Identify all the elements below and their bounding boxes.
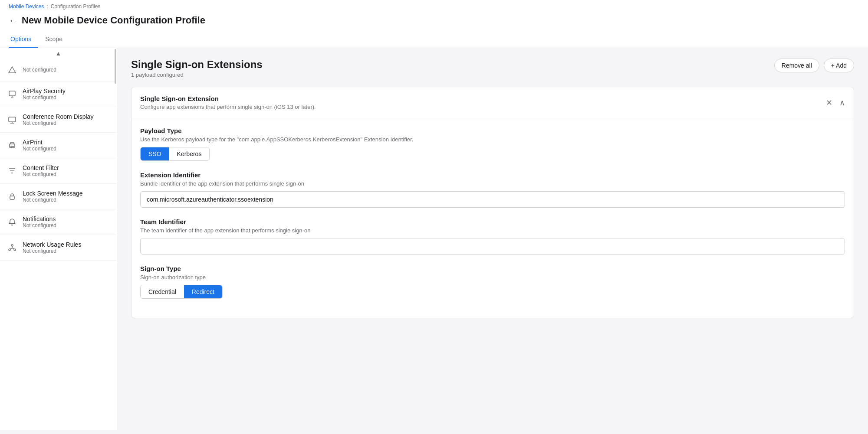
payload-type-field: Payload Type Use the Kerberos payload ty… [140, 127, 845, 161]
svg-rect-4 [10, 196, 14, 199]
section-title-block: Single Sign-on Extensions 1 payload conf… [131, 59, 263, 78]
extension-identifier-label: Extension Identifier [140, 171, 845, 179]
remove-all-button[interactable]: Remove all [774, 59, 819, 72]
extension-identifier-field: Extension Identifier Bundle identifier o… [140, 171, 845, 208]
sign-on-type-desc: Sign-on authorization type [140, 274, 845, 281]
card-header-left: Single Sign-on Extension Configure app e… [140, 95, 316, 110]
card-body: Payload Type Use the Kerberos payload ty… [132, 118, 854, 318]
breadcrumb-parent[interactable]: Mobile Devices [9, 3, 44, 10]
notifications-icon [7, 217, 17, 227]
sidebar-item-unknown[interactable]: Not configured [0, 59, 117, 82]
sidebar-item-status-network-usage: Not configured [23, 248, 81, 254]
svg-point-5 [11, 245, 13, 246]
sign-on-type-field: Sign-on Type Sign-on authorization type … [140, 265, 845, 299]
page-title-row: ← New Mobile Device Configuration Profil… [9, 11, 859, 29]
section-header: Single Sign-on Extensions 1 payload conf… [131, 59, 854, 78]
sidebar-item-airprint[interactable]: AirPrint Not configured [0, 133, 117, 158]
top-bar: Mobile Devices : Configuration Profiles … [0, 0, 868, 48]
sidebar-scrollbar-thumb [115, 49, 116, 84]
scroll-up-arrow[interactable]: ▲ [0, 48, 117, 59]
conference-room-icon [7, 114, 17, 125]
sidebar-item-status-unknown: Not configured [23, 67, 56, 73]
main-layout: ▲ Not configured AirPlay Security Not co… [0, 48, 868, 430]
svg-rect-3 [10, 144, 15, 147]
card-header-right: ✕ ∧ [826, 99, 845, 107]
tab-scope[interactable]: Scope [43, 31, 69, 48]
team-identifier-input[interactable] [140, 238, 845, 255]
unknown-icon [7, 65, 17, 75]
payload-type-sso[interactable]: SSO [141, 147, 169, 160]
sidebar-item-network-usage[interactable]: Network Usage Rules Not configured [0, 235, 117, 261]
sidebar-item-name-airprint: AirPrint [23, 139, 56, 146]
airprint-icon [7, 140, 17, 150]
card-header: Single Sign-on Extension Configure app e… [132, 87, 854, 118]
breadcrumb-current: Configuration Profiles [51, 3, 101, 10]
sidebar-item-notifications[interactable]: Notifications Not configured [0, 209, 117, 235]
add-button[interactable]: + Add [824, 59, 854, 72]
section-title: Single Sign-on Extensions [131, 59, 263, 71]
team-identifier-label: Team Identifier [140, 218, 845, 225]
network-usage-icon [7, 242, 17, 253]
sidebar-item-status-conference-room: Not configured [23, 120, 93, 126]
close-button[interactable]: ✕ [826, 99, 832, 107]
lock-screen-icon [7, 191, 17, 202]
payload-type-kerberos[interactable]: Kerberos [169, 147, 210, 160]
sidebar-item-name-notifications: Notifications [23, 215, 56, 222]
sidebar-item-conference-room[interactable]: Conference Room Display Not configured [0, 107, 117, 133]
svg-rect-2 [9, 117, 16, 122]
content-filter-icon [7, 166, 17, 176]
sidebar-item-name-lock-screen: Lock Screen Message [23, 190, 83, 197]
sidebar-item-name-airplay-security: AirPlay Security [23, 88, 66, 95]
page-title: New Mobile Device Configuration Profile [22, 11, 205, 29]
payload-type-toggle: SSO Kerberos [140, 147, 210, 161]
sidebar-item-content-filter[interactable]: Content Filter Not configured [0, 158, 117, 184]
sidebar-item-status-content-filter: Not configured [23, 171, 59, 177]
sidebar-item-name-content-filter: Content Filter [23, 164, 59, 171]
sidebar-item-name-conference-room: Conference Room Display [23, 113, 93, 120]
svg-marker-0 [9, 67, 16, 73]
content-area: Single Sign-on Extensions 1 payload conf… [117, 48, 868, 430]
card-title: Single Sign-on Extension [140, 95, 316, 102]
breadcrumb: Mobile Devices : Configuration Profiles [9, 3, 859, 10]
back-button[interactable]: ← [9, 16, 17, 25]
tabs-row: Options Scope [9, 31, 859, 48]
section-sub: 1 payload configured [131, 72, 263, 78]
breadcrumb-separator: : [46, 3, 48, 10]
extension-identifier-desc: Bundle identifier of the app extension t… [140, 180, 845, 187]
sidebar-item-status-airprint: Not configured [23, 146, 56, 152]
collapse-button[interactable]: ∧ [839, 99, 845, 107]
payload-type-label: Payload Type [140, 127, 845, 134]
sidebar: ▲ Not configured AirPlay Security Not co… [0, 48, 117, 430]
sign-on-type-label: Sign-on Type [140, 265, 845, 272]
sidebar-item-airplay-security[interactable]: AirPlay Security Not configured [0, 82, 117, 107]
sso-extension-card: Single Sign-on Extension Configure app e… [131, 87, 854, 318]
sign-on-type-credential[interactable]: Credential [141, 285, 184, 298]
sign-on-type-toggle: Credential Redirect [140, 285, 223, 299]
sidebar-item-status-lock-screen: Not configured [23, 197, 83, 203]
svg-rect-1 [9, 91, 15, 96]
tab-options[interactable]: Options [9, 31, 38, 48]
team-identifier-field: Team Identifier The team identifier of t… [140, 218, 845, 255]
sidebar-scrollbar[interactable] [114, 48, 117, 430]
sidebar-item-status-airplay-security: Not configured [23, 95, 66, 101]
sidebar-item-lock-screen[interactable]: Lock Screen Message Not configured [0, 184, 117, 209]
svg-point-7 [14, 249, 16, 251]
sidebar-item-status-notifications: Not configured [23, 222, 56, 228]
svg-point-6 [9, 249, 10, 251]
extension-identifier-input[interactable] [140, 191, 845, 208]
team-identifier-desc: The team identifier of the app extension… [140, 227, 845, 234]
card-desc: Configure app extensions that perform si… [140, 104, 316, 110]
sidebar-item-name-network-usage: Network Usage Rules [23, 241, 81, 248]
section-actions: Remove all + Add [774, 59, 854, 72]
airplay-security-icon [7, 89, 17, 99]
sign-on-type-redirect[interactable]: Redirect [184, 285, 222, 298]
payload-type-desc: Use the Kerberos payload type for the "c… [140, 136, 845, 143]
